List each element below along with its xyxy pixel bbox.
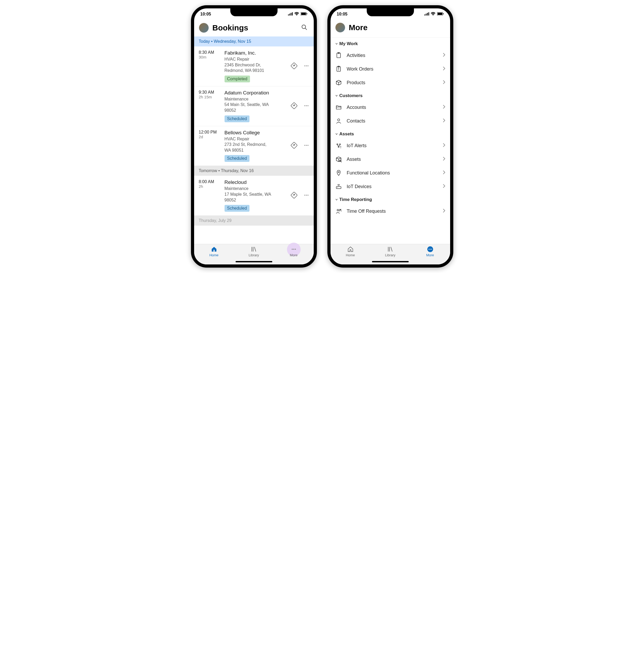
chevron-right-icon	[443, 80, 445, 86]
avatar[interactable]	[335, 23, 345, 32]
home-indicator[interactable]	[372, 261, 409, 262]
bookings-scroll[interactable]: Bookings Today • Wednesday, Nov 158:30 A…	[194, 20, 314, 244]
booking-duration: 30m	[199, 55, 222, 59]
svg-point-18	[304, 145, 305, 146]
search-icon	[301, 24, 307, 30]
menu-item-label: Functional Locations	[347, 170, 438, 176]
svg-point-40	[338, 70, 339, 71]
clipboard-alert-icon	[335, 66, 342, 72]
menu-item[interactable]: IoT Devices	[330, 180, 450, 193]
overflow-button[interactable]	[302, 191, 310, 200]
menu-item[interactable]: Contacts	[330, 114, 450, 128]
chevron-right-icon	[443, 66, 445, 72]
home-icon	[211, 246, 217, 253]
svg-point-20	[307, 145, 308, 146]
tab-library-label: Library	[385, 253, 396, 257]
booking-item[interactable]: 9:30 AM2h 15mAdatum CorporationMaintenan…	[194, 86, 314, 126]
menu-item[interactable]: Functional Locations	[330, 166, 450, 180]
booking-actions	[289, 90, 310, 122]
date-peek: Thursday, July 29	[194, 216, 314, 226]
svg-point-52	[337, 209, 339, 211]
status-icons	[424, 12, 444, 17]
page-title: Bookings	[212, 23, 296, 32]
directions-button[interactable]	[289, 101, 299, 112]
directions-icon	[290, 107, 298, 110]
date-header: Tomorrow • Thursday, Nov 16	[194, 166, 314, 176]
home-indicator[interactable]	[235, 261, 272, 262]
section-header[interactable]: Time Reporting	[330, 193, 450, 204]
chevron-down-icon	[335, 93, 338, 98]
menu-item[interactable]: Activities	[330, 48, 450, 62]
svg-point-11	[306, 65, 307, 66]
svg-point-55	[430, 249, 431, 249]
cellular-icon	[424, 12, 429, 17]
booking-company: Fabrikam, Inc.	[225, 50, 286, 56]
booking-address-line1: 273 2nd St, Redmond,	[225, 142, 286, 148]
booking-address-line1: 17 Maple St, Seattle, WA	[225, 191, 286, 197]
svg-point-19	[306, 145, 307, 146]
section-header[interactable]: Customers	[330, 89, 450, 100]
notch	[367, 8, 414, 16]
tab-more[interactable]: More	[420, 246, 441, 257]
menu-item[interactable]: IoT Alerts	[330, 139, 450, 152]
svg-point-26	[293, 249, 294, 250]
person-icon	[335, 118, 342, 124]
booking-item[interactable]: 8:00 AM2hRelecloudMaintenance17 Maple St…	[194, 176, 314, 216]
clipboard-icon	[335, 52, 342, 59]
more-scroll[interactable]: More My WorkActivitiesWork OrdersProduct…	[330, 20, 450, 244]
tab-library[interactable]: Library	[380, 246, 401, 257]
overflow-button[interactable]	[302, 141, 310, 150]
directions-button[interactable]	[289, 140, 299, 151]
section-header[interactable]: Assets	[330, 128, 450, 139]
search-button[interactable]	[300, 23, 309, 33]
menu-item[interactable]: Products	[330, 76, 450, 89]
booking-body: Adatum CorporationMaintenance54 Main St,…	[225, 90, 286, 122]
directions-button[interactable]	[289, 190, 299, 201]
menu-item-label: Accounts	[347, 105, 438, 110]
svg-line-8	[305, 28, 307, 30]
booking-item[interactable]: 8:30 AM30mFabrikam, Inc.HVAC Repair2345 …	[194, 46, 314, 86]
booking-time: 12:00 PM2d	[199, 130, 222, 162]
phone-more: 10:05 More My WorkActivitiesWork OrdersP…	[327, 5, 453, 268]
header: More	[330, 20, 450, 36]
menu-item[interactable]: Assets	[330, 152, 450, 166]
overflow-button[interactable]	[302, 102, 310, 111]
status-badge: Completed	[225, 75, 250, 82]
menu-item[interactable]: Work Orders	[330, 62, 450, 76]
tab-home[interactable]: Home	[340, 246, 361, 257]
svg-point-25	[292, 249, 293, 250]
tab-home-label: Home	[209, 253, 218, 257]
overflow-button[interactable]	[302, 62, 310, 71]
menu-item[interactable]: Time Off Requests	[330, 204, 450, 218]
library-icon	[251, 246, 257, 253]
booking-company: Bellows College	[225, 130, 286, 136]
header: Bookings	[194, 20, 314, 37]
menu-item[interactable]: Accounts	[330, 100, 450, 114]
section-header[interactable]: My Work	[330, 38, 450, 48]
section-title: Time Reporting	[340, 197, 372, 202]
directions-icon	[290, 146, 298, 150]
svg-rect-28	[424, 15, 425, 16]
tab-more[interactable]: More	[283, 246, 304, 257]
svg-point-56	[431, 249, 432, 249]
directions-button[interactable]	[289, 61, 299, 72]
svg-point-15	[306, 105, 307, 106]
chevron-right-icon	[443, 143, 445, 149]
battery-icon	[437, 12, 444, 17]
tab-home[interactable]: Home	[204, 246, 225, 257]
booking-item[interactable]: 12:00 PM2dBellows CollegeHVAC Repair273 …	[194, 126, 314, 166]
menu-item-label: IoT Devices	[347, 184, 438, 189]
booking-start: 12:00 PM	[199, 130, 222, 135]
location-icon	[335, 170, 342, 176]
menu-item-label: Products	[347, 80, 438, 86]
tab-library[interactable]: Library	[244, 246, 264, 257]
menu-item-label: Work Orders	[347, 66, 438, 72]
avatar[interactable]	[199, 23, 209, 33]
booking-time: 8:00 AM2h	[199, 179, 222, 212]
svg-point-49	[338, 172, 339, 173]
chevron-right-icon	[443, 208, 445, 214]
chevron-down-icon	[335, 197, 338, 202]
menu-item-label: Activities	[347, 53, 438, 58]
status-badge: Scheduled	[225, 115, 250, 122]
svg-point-46	[341, 148, 341, 148]
